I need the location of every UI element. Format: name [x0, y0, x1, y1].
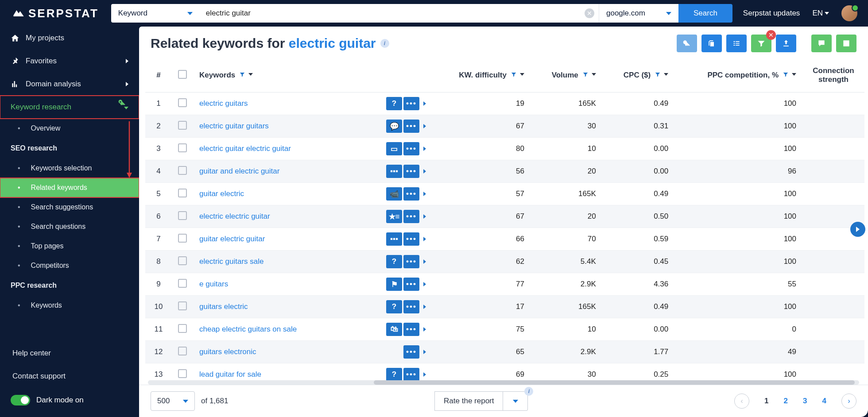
clear-filter-badge[interactable]: ✕	[766, 30, 776, 40]
serp-feature-badge[interactable]: •••	[403, 97, 419, 110]
filter-sort-icon[interactable]	[654, 71, 668, 77]
serp-feature-badge[interactable]: •••	[403, 323, 419, 336]
row-checkbox[interactable]	[178, 98, 187, 107]
difficulty-button[interactable]	[677, 35, 697, 52]
search-type-select[interactable]: Keyword	[111, 4, 200, 23]
col-difficulty[interactable]: KW. difficulty	[432, 58, 531, 93]
nav-domain-analysis[interactable]: Domain analysis	[0, 73, 139, 96]
expand-row-button[interactable]	[423, 237, 426, 241]
columns-button[interactable]	[726, 35, 747, 52]
filter-sort-icon[interactable]	[510, 71, 524, 77]
page-4[interactable]: 4	[822, 397, 826, 405]
info-icon[interactable]: i	[380, 39, 389, 48]
serpstat-updates-link[interactable]: Serpstat updates	[743, 9, 800, 18]
filter-button[interactable]: ✕	[751, 35, 771, 52]
keyword-link[interactable]: guitars electronic	[199, 348, 403, 356]
expand-row-button[interactable]	[423, 350, 426, 354]
keyword-link[interactable]: cheap electric guitars on sale	[199, 325, 386, 334]
expand-row-button[interactable]	[423, 259, 426, 264]
serp-feature-badge[interactable]: ▪▪▪	[386, 165, 402, 178]
serp-feature-badge[interactable]: •••	[403, 187, 419, 201]
filter-sort-icon[interactable]	[582, 71, 596, 77]
row-checkbox[interactable]	[178, 279, 187, 288]
keyword-link[interactable]: guitar electric	[199, 189, 386, 198]
language-select[interactable]: EN	[812, 9, 829, 18]
checkbox-icon[interactable]	[178, 70, 187, 79]
keyword-link[interactable]: electric guitar electric guitar	[199, 144, 386, 153]
row-checkbox[interactable]	[178, 256, 187, 265]
row-checkbox[interactable]	[178, 324, 187, 333]
row-checkbox[interactable]	[178, 166, 187, 175]
serp-feature-badge[interactable]: ★≡	[386, 210, 402, 223]
nav-ppc-keywords[interactable]: Keywords	[0, 296, 139, 315]
page-prev-button[interactable]: ‹	[734, 394, 749, 409]
page-3[interactable]: 3	[803, 397, 807, 405]
serp-feature-badge[interactable]: ▪▪▪	[386, 232, 402, 246]
expand-row-button[interactable]	[423, 327, 426, 332]
nav-keyword-research[interactable]: Keyword research	[0, 96, 139, 119]
col-ppc[interactable]: PPC competition, %	[674, 58, 802, 93]
nav-overview[interactable]: Overview	[0, 119, 139, 138]
serp-feature-badge[interactable]: •••	[403, 232, 419, 246]
page-1[interactable]: 1	[764, 397, 768, 405]
per-page-select[interactable]: 500	[151, 391, 195, 411]
row-checkbox[interactable]	[178, 369, 187, 378]
nav-search-suggestions[interactable]: Search suggestions	[0, 197, 139, 217]
col-cpc[interactable]: CPC ($)	[602, 58, 674, 93]
copy-button[interactable]	[701, 35, 722, 52]
help-button[interactable]	[836, 35, 856, 52]
expand-row-button[interactable]	[423, 192, 426, 196]
nav-help-center[interactable]: Help center	[0, 342, 139, 365]
serp-feature-badge[interactable]: 📹	[386, 187, 402, 201]
col-connection[interactable]: Connection strength	[802, 58, 864, 93]
rate-report-button[interactable]: Rate the report	[434, 391, 503, 411]
info-icon[interactable]: i	[524, 387, 533, 396]
expand-panel-button[interactable]	[850, 222, 865, 237]
serp-feature-badge[interactable]: •••	[403, 120, 419, 133]
serp-feature-badge[interactable]: •••	[403, 345, 419, 359]
serp-feature-badge[interactable]: •••	[403, 142, 419, 155]
expand-row-button[interactable]	[423, 101, 426, 106]
nav-search-questions[interactable]: Search questions	[0, 217, 139, 236]
filter-sort-icon[interactable]	[239, 71, 253, 77]
expand-row-button[interactable]	[423, 305, 426, 309]
expand-row-button[interactable]	[423, 282, 426, 286]
row-checkbox[interactable]	[178, 211, 187, 220]
keyword-link[interactable]: electric guitars	[199, 99, 386, 108]
serp-feature-badge[interactable]: ▭	[386, 142, 402, 155]
page-2[interactable]: 2	[784, 397, 788, 405]
serp-feature-badge[interactable]: 🛍	[386, 323, 402, 336]
search-button[interactable]: Search	[678, 4, 732, 23]
nav-contact-support[interactable]: Contact support	[0, 365, 139, 388]
expand-row-button[interactable]	[423, 124, 426, 128]
clear-search-button[interactable]: ✕	[585, 8, 594, 18]
nav-keywords-selection[interactable]: Keywords selection	[0, 158, 139, 178]
serp-feature-badge[interactable]: •••	[403, 210, 419, 223]
serp-feature-badge[interactable]: •••	[403, 300, 419, 313]
search-input[interactable]	[200, 4, 599, 23]
serp-feature-badge[interactable]: •••	[403, 255, 419, 268]
dark-mode-toggle[interactable]	[11, 395, 30, 405]
filter-sort-icon[interactable]	[782, 71, 796, 77]
keyword-link[interactable]: e guitars	[199, 280, 386, 289]
nav-competitors[interactable]: Competitors	[0, 256, 139, 275]
serp-feature-badge[interactable]: 💬	[386, 120, 402, 133]
user-avatar[interactable]	[841, 5, 857, 21]
serp-feature-badge[interactable]: •••	[403, 278, 419, 291]
keyword-link[interactable]: guitar and electric guitar	[199, 167, 386, 176]
serp-feature-badge[interactable]: ?	[386, 300, 402, 313]
serp-feature-badge[interactable]: ⚑	[386, 278, 402, 291]
expand-row-button[interactable]	[423, 372, 426, 377]
row-checkbox[interactable]	[178, 234, 187, 243]
page-next-button[interactable]: ›	[841, 394, 856, 409]
expand-row-button[interactable]	[423, 147, 426, 151]
nav-my-projects[interactable]: My projects	[0, 27, 139, 50]
row-checkbox[interactable]	[178, 143, 187, 152]
col-volume[interactable]: Volume	[531, 58, 602, 93]
rate-report-dropdown[interactable]	[503, 391, 528, 411]
row-checkbox[interactable]	[178, 301, 187, 310]
serp-feature-badge[interactable]: ?	[386, 97, 402, 110]
col-keywords[interactable]: Keywords	[193, 58, 432, 93]
col-index[interactable]: #	[145, 58, 172, 93]
table-scroll[interactable]: # Keywords KW. difficulty Volume CPC ($)…	[145, 58, 864, 380]
